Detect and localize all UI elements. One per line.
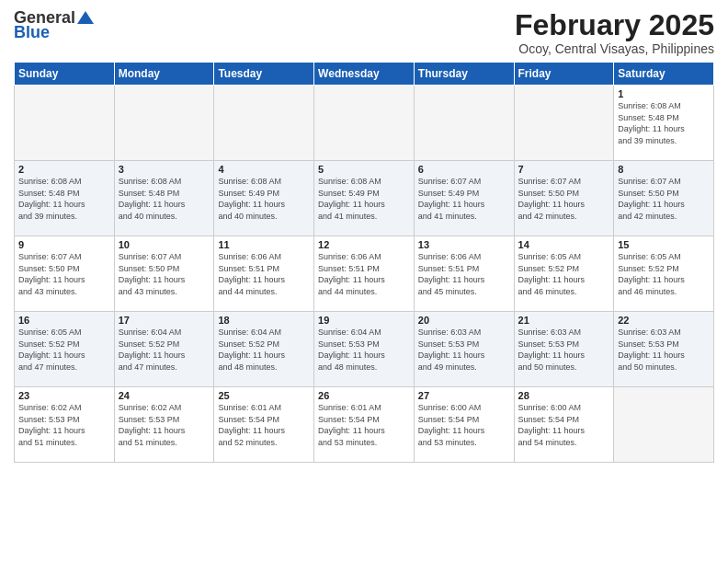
table-row: 9Sunrise: 6:07 AM Sunset: 5:50 PM Daylig…	[15, 236, 115, 312]
calendar: Sunday Monday Tuesday Wednesday Thursday…	[14, 62, 714, 463]
page: General Blue February 2025 Ocoy, Central…	[0, 0, 728, 563]
day-info: Sunrise: 6:07 AM Sunset: 5:49 PM Dayligh…	[418, 176, 510, 222]
day-number: 2	[18, 164, 110, 175]
day-info: Sunrise: 6:06 AM Sunset: 5:51 PM Dayligh…	[318, 251, 410, 297]
col-thursday: Thursday	[414, 63, 514, 86]
col-saturday: Saturday	[614, 63, 714, 86]
day-number: 9	[18, 239, 110, 250]
table-row	[614, 387, 714, 463]
location: Ocoy, Central Visayas, Philippines	[515, 41, 714, 56]
header: General Blue February 2025 Ocoy, Central…	[14, 9, 714, 56]
table-row: 21Sunrise: 6:03 AM Sunset: 5:53 PM Dayli…	[514, 312, 614, 387]
table-row: 6Sunrise: 6:07 AM Sunset: 5:49 PM Daylig…	[414, 161, 514, 236]
table-row: 5Sunrise: 6:08 AM Sunset: 5:49 PM Daylig…	[314, 161, 415, 236]
table-row: 27Sunrise: 6:00 AM Sunset: 5:54 PM Dayli…	[414, 387, 514, 463]
table-row: 25Sunrise: 6:01 AM Sunset: 5:54 PM Dayli…	[214, 387, 314, 463]
table-row	[214, 86, 314, 161]
day-info: Sunrise: 6:02 AM Sunset: 5:53 PM Dayligh…	[119, 402, 210, 448]
table-row: 20Sunrise: 6:03 AM Sunset: 5:53 PM Dayli…	[414, 312, 514, 387]
col-monday: Monday	[114, 63, 214, 86]
table-row: 4Sunrise: 6:08 AM Sunset: 5:49 PM Daylig…	[214, 161, 314, 236]
title-block: February 2025 Ocoy, Central Visayas, Phi…	[515, 9, 714, 56]
day-number: 15	[618, 239, 710, 250]
table-row: 7Sunrise: 6:07 AM Sunset: 5:50 PM Daylig…	[514, 161, 614, 236]
day-number: 13	[418, 239, 510, 250]
logo: General Blue	[14, 9, 94, 40]
calendar-week-row: 23Sunrise: 6:02 AM Sunset: 5:53 PM Dayli…	[15, 387, 714, 463]
logo-icon	[77, 11, 94, 24]
calendar-week-row: 16Sunrise: 6:05 AM Sunset: 5:52 PM Dayli…	[15, 312, 714, 387]
col-wednesday: Wednesday	[314, 63, 415, 86]
table-row: 16Sunrise: 6:05 AM Sunset: 5:52 PM Dayli…	[15, 312, 115, 387]
day-number: 7	[518, 164, 610, 175]
table-row	[114, 86, 214, 161]
table-row: 3Sunrise: 6:08 AM Sunset: 5:48 PM Daylig…	[114, 161, 214, 236]
day-info: Sunrise: 6:01 AM Sunset: 5:54 PM Dayligh…	[318, 402, 410, 448]
day-number: 1	[618, 88, 710, 99]
table-row: 14Sunrise: 6:05 AM Sunset: 5:52 PM Dayli…	[514, 236, 614, 312]
day-info: Sunrise: 6:08 AM Sunset: 5:49 PM Dayligh…	[318, 176, 410, 222]
day-info: Sunrise: 6:00 AM Sunset: 5:54 PM Dayligh…	[518, 402, 610, 448]
day-number: 27	[418, 390, 510, 401]
table-row: 2Sunrise: 6:08 AM Sunset: 5:48 PM Daylig…	[15, 161, 115, 236]
day-info: Sunrise: 6:08 AM Sunset: 5:48 PM Dayligh…	[18, 176, 110, 222]
table-row	[414, 86, 514, 161]
col-friday: Friday	[514, 63, 614, 86]
day-info: Sunrise: 6:04 AM Sunset: 5:52 PM Dayligh…	[218, 327, 310, 373]
day-info: Sunrise: 6:04 AM Sunset: 5:53 PM Dayligh…	[318, 327, 410, 373]
day-info: Sunrise: 6:01 AM Sunset: 5:54 PM Dayligh…	[218, 402, 310, 448]
day-info: Sunrise: 6:03 AM Sunset: 5:53 PM Dayligh…	[618, 327, 710, 373]
table-row: 10Sunrise: 6:07 AM Sunset: 5:50 PM Dayli…	[114, 236, 214, 312]
table-row	[314, 86, 415, 161]
day-info: Sunrise: 6:02 AM Sunset: 5:53 PM Dayligh…	[18, 402, 110, 448]
table-row: 18Sunrise: 6:04 AM Sunset: 5:52 PM Dayli…	[214, 312, 314, 387]
table-row: 8Sunrise: 6:07 AM Sunset: 5:50 PM Daylig…	[614, 161, 714, 236]
day-number: 20	[418, 315, 510, 326]
day-info: Sunrise: 6:00 AM Sunset: 5:54 PM Dayligh…	[418, 402, 510, 448]
day-number: 25	[218, 390, 310, 401]
day-info: Sunrise: 6:03 AM Sunset: 5:53 PM Dayligh…	[418, 327, 510, 373]
day-number: 14	[518, 239, 610, 250]
logo-blue: Blue	[14, 24, 50, 40]
calendar-header-row: Sunday Monday Tuesday Wednesday Thursday…	[15, 63, 714, 86]
day-number: 22	[618, 315, 710, 326]
day-info: Sunrise: 6:06 AM Sunset: 5:51 PM Dayligh…	[418, 251, 510, 297]
day-number: 21	[518, 315, 610, 326]
day-number: 3	[119, 164, 210, 175]
svg-marker-0	[77, 11, 94, 24]
calendar-week-row: 2Sunrise: 6:08 AM Sunset: 5:48 PM Daylig…	[15, 161, 714, 236]
table-row: 13Sunrise: 6:06 AM Sunset: 5:51 PM Dayli…	[414, 236, 514, 312]
day-number: 5	[318, 164, 410, 175]
day-info: Sunrise: 6:08 AM Sunset: 5:49 PM Dayligh…	[218, 176, 310, 222]
day-info: Sunrise: 6:05 AM Sunset: 5:52 PM Dayligh…	[18, 327, 110, 373]
day-number: 26	[318, 390, 410, 401]
table-row: 12Sunrise: 6:06 AM Sunset: 5:51 PM Dayli…	[314, 236, 415, 312]
table-row	[15, 86, 115, 161]
table-row: 22Sunrise: 6:03 AM Sunset: 5:53 PM Dayli…	[614, 312, 714, 387]
day-number: 11	[218, 239, 310, 250]
col-tuesday: Tuesday	[214, 63, 314, 86]
day-number: 10	[119, 239, 210, 250]
table-row: 24Sunrise: 6:02 AM Sunset: 5:53 PM Dayli…	[114, 387, 214, 463]
day-number: 4	[218, 164, 310, 175]
day-number: 28	[518, 390, 610, 401]
day-info: Sunrise: 6:08 AM Sunset: 5:48 PM Dayligh…	[119, 176, 210, 222]
day-number: 19	[318, 315, 410, 326]
day-number: 6	[418, 164, 510, 175]
col-sunday: Sunday	[15, 63, 115, 86]
day-info: Sunrise: 6:07 AM Sunset: 5:50 PM Dayligh…	[18, 251, 110, 297]
table-row: 23Sunrise: 6:02 AM Sunset: 5:53 PM Dayli…	[15, 387, 115, 463]
table-row: 1Sunrise: 6:08 AM Sunset: 5:48 PM Daylig…	[614, 86, 714, 161]
day-number: 8	[618, 164, 710, 175]
calendar-week-row: 1Sunrise: 6:08 AM Sunset: 5:48 PM Daylig…	[15, 86, 714, 161]
day-number: 12	[318, 239, 410, 250]
day-info: Sunrise: 6:05 AM Sunset: 5:52 PM Dayligh…	[618, 251, 710, 297]
day-info: Sunrise: 6:08 AM Sunset: 5:48 PM Dayligh…	[618, 100, 710, 146]
table-row: 17Sunrise: 6:04 AM Sunset: 5:52 PM Dayli…	[114, 312, 214, 387]
month-year: February 2025	[515, 9, 714, 41]
table-row: 19Sunrise: 6:04 AM Sunset: 5:53 PM Dayli…	[314, 312, 415, 387]
day-info: Sunrise: 6:05 AM Sunset: 5:52 PM Dayligh…	[518, 251, 610, 297]
table-row: 26Sunrise: 6:01 AM Sunset: 5:54 PM Dayli…	[314, 387, 415, 463]
day-info: Sunrise: 6:03 AM Sunset: 5:53 PM Dayligh…	[518, 327, 610, 373]
table-row: 28Sunrise: 6:00 AM Sunset: 5:54 PM Dayli…	[514, 387, 614, 463]
